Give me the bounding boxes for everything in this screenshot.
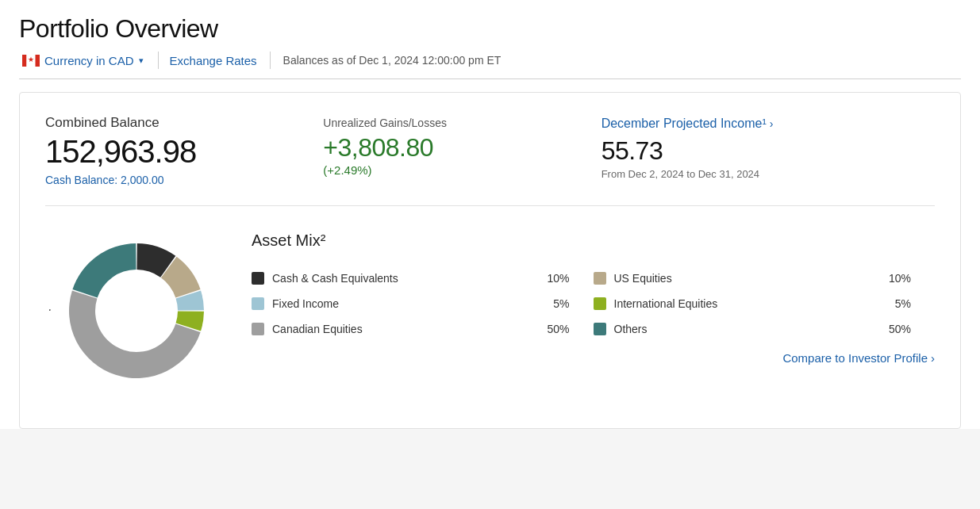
compare-label: Compare to Investor Profile bbox=[782, 351, 928, 365]
asset-mix-title: Asset Mix² bbox=[252, 232, 935, 250]
divider-2 bbox=[270, 52, 271, 69]
legend-pct: 10% bbox=[547, 272, 593, 285]
legend-swatch bbox=[594, 323, 606, 335]
exchange-rates-button[interactable]: Exchange Rates bbox=[170, 54, 257, 67]
chevron-down-icon: ▾ bbox=[139, 55, 144, 66]
svg-rect-0 bbox=[22, 55, 27, 67]
legend-pct: 5% bbox=[553, 297, 593, 310]
gains-percent: (+2.49%) bbox=[323, 163, 601, 177]
legend-row: Fixed Income 5% bbox=[252, 291, 594, 316]
canada-flag-icon bbox=[22, 55, 40, 67]
gains-amount: +3,808.80 bbox=[323, 134, 601, 162]
compare-to-investor-profile-link[interactable]: Compare to Investor Profile › bbox=[782, 351, 935, 365]
legend-row: Canadian Equities 50% bbox=[252, 316, 594, 342]
legend-swatch bbox=[252, 323, 264, 335]
page-title: Portfolio Overview bbox=[19, 14, 961, 44]
asset-mix-section: Asset Mix² Cash & Cash Equivalents 10% U… bbox=[45, 225, 935, 412]
legend-label: US Equities bbox=[614, 272, 881, 285]
donut-segment bbox=[72, 243, 136, 297]
currency-selector[interactable]: Currency in CAD ▾ bbox=[19, 54, 147, 67]
legend-row: Cash & Cash Equivalents 10% bbox=[252, 266, 594, 291]
legend-pct: 5% bbox=[895, 297, 935, 310]
legend-label: Cash & Cash Equivalents bbox=[272, 272, 539, 285]
cash-balance-label: Cash Balance: bbox=[45, 174, 117, 186]
chevron-right-icon: › bbox=[770, 117, 774, 130]
chevron-right-icon-compare: › bbox=[931, 351, 935, 365]
combined-balance-amount: 152,963.98 bbox=[45, 134, 323, 169]
projected-income-label: December Projected Income¹ bbox=[601, 117, 767, 131]
legend-swatch bbox=[252, 272, 264, 285]
balance-section: Combined Balance 152,963.98 Cash Balance… bbox=[45, 115, 935, 206]
balance-date: Balances as of Dec 1, 2024 12:00:00 pm E… bbox=[283, 54, 502, 67]
legend-label: Fixed Income bbox=[272, 297, 545, 310]
legend-row: US Equities 10% bbox=[594, 266, 936, 291]
currency-label: Currency in CAD bbox=[44, 54, 134, 67]
legend-pct: 50% bbox=[889, 323, 935, 335]
asset-mix-content: Asset Mix² Cash & Cash Equivalents 10% U… bbox=[252, 225, 935, 365]
svg-rect-2 bbox=[36, 55, 40, 67]
gains-col: Unrealized Gains/Losses +3,808.80 (+2.49… bbox=[323, 115, 601, 177]
donut-chart bbox=[45, 225, 220, 400]
divider-1 bbox=[158, 52, 159, 69]
legend-label: International Equities bbox=[614, 297, 887, 310]
toolbar: Currency in CAD ▾ Exchange Rates Balance… bbox=[19, 52, 961, 79]
donut-chart-svg bbox=[53, 228, 220, 394]
combined-balance-label: Combined Balance bbox=[45, 115, 323, 131]
cash-balance[interactable]: Cash Balance: 2,000.00 bbox=[45, 174, 323, 186]
legend-swatch bbox=[594, 297, 606, 310]
legend-swatch bbox=[252, 297, 264, 310]
legend-label: Canadian Equities bbox=[272, 323, 539, 335]
legend-swatch bbox=[594, 272, 606, 285]
legend-row: Others 50% bbox=[594, 316, 936, 342]
main-card: Combined Balance 152,963.98 Cash Balance… bbox=[19, 92, 961, 429]
projected-income-link[interactable]: December Projected Income¹ › bbox=[601, 117, 935, 131]
legend-pct: 50% bbox=[547, 323, 593, 335]
legend-grid: Cash & Cash Equivalents 10% US Equities … bbox=[252, 266, 935, 342]
legend-pct: 10% bbox=[889, 272, 935, 285]
legend-label: Others bbox=[614, 323, 881, 335]
legend-row: International Equities 5% bbox=[594, 291, 936, 316]
combined-balance-col: Combined Balance 152,963.98 Cash Balance… bbox=[45, 115, 323, 186]
projected-amount: 55.73 bbox=[601, 137, 935, 165]
projected-col: December Projected Income¹ › 55.73 From … bbox=[601, 115, 935, 180]
gains-label: Unrealized Gains/Losses bbox=[323, 117, 601, 129]
projected-date-range: From Dec 2, 2024 to Dec 31, 2024 bbox=[601, 168, 935, 180]
cash-balance-amount: 2,000.00 bbox=[121, 174, 164, 186]
compare-row: Compare to Investor Profile › bbox=[252, 351, 935, 365]
